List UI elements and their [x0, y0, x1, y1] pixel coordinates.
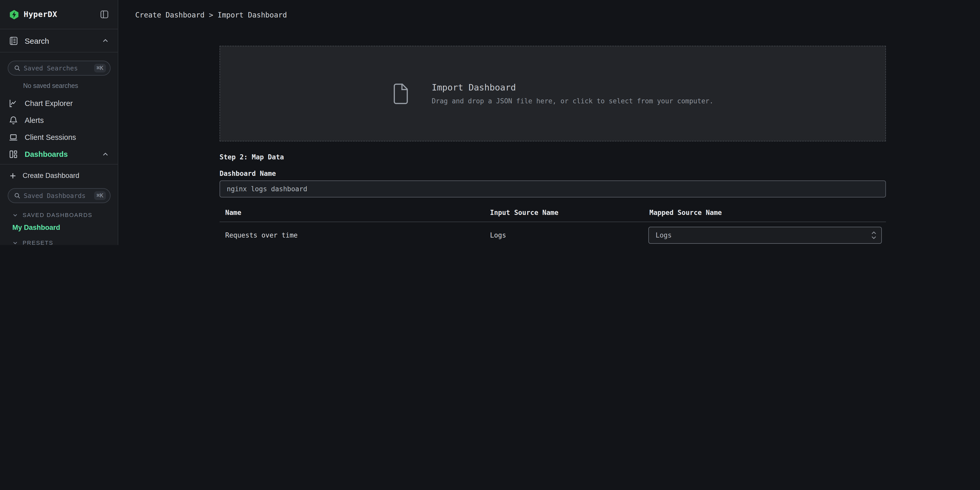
sidebar-item-alerts[interactable]: Alerts: [0, 111, 118, 129]
saved-searches-input[interactable]: [21, 64, 94, 72]
breadcrumb: Create Dashboard > Import Dashboard: [135, 11, 980, 19]
sidebar-item-label: Client Sessions: [25, 133, 109, 141]
group-label: SAVED DASHBOARDS: [22, 212, 92, 218]
shortcut-badge: ⌘K: [94, 191, 106, 200]
chart-explorer-icon: [9, 99, 18, 108]
table-row: Requests over time Logs Logs: [220, 222, 886, 245]
shortcut-badge: ⌘K: [94, 64, 106, 73]
input-source-value: Logs: [490, 231, 648, 239]
sidebar-item-my-dashboard[interactable]: My Dashboard: [0, 221, 118, 234]
saved-dashboards-input[interactable]: [21, 192, 94, 199]
hyperdx-logo-icon: [9, 9, 19, 20]
dropzone-subtitle: Drag and drop a JSON file here, or click…: [432, 97, 713, 105]
no-saved-searches-text: No saved searches: [23, 82, 118, 89]
dropzone-title: Import Dashboard: [432, 82, 713, 92]
column-header-mapped-source: Mapped Source Name: [648, 209, 886, 216]
sidebar-item-client-sessions[interactable]: Client Sessions: [0, 129, 118, 145]
sidebar-item-dashboards[interactable]: Dashboards: [0, 145, 118, 162]
group-saved-dashboards[interactable]: SAVED DASHBOARDS: [0, 209, 118, 221]
dashboard-name-input[interactable]: [220, 180, 886, 197]
search-icon: [14, 65, 21, 72]
app-window: HyperDX Search ⌘K No saved searches: [0, 0, 980, 245]
file-icon: [392, 82, 408, 105]
mapped-source-select[interactable]: Logs: [648, 226, 882, 243]
import-dropzone[interactable]: Import Dashboard Drag and drop a JSON fi…: [220, 46, 886, 142]
dashboard-name-label: Dashboard Name: [220, 170, 886, 177]
plus-icon: [9, 172, 16, 179]
column-header-input-source: Input Source Name: [490, 209, 648, 216]
dashboards-icon: [9, 150, 18, 159]
tile-name: Requests over time: [220, 231, 490, 239]
breadcrumb-separator: >: [209, 11, 218, 19]
sidebar: HyperDX Search ⌘K No saved searches: [0, 0, 118, 245]
selected-value: Logs: [655, 231, 871, 239]
group-label: PRESETS: [22, 240, 54, 245]
main-area: Create Dashboard > Import Dashboard Impo…: [118, 0, 980, 245]
saved-searches-input-wrap: ⌘K: [8, 60, 111, 76]
app-title: HyperDX: [24, 10, 100, 19]
breadcrumb-create-dashboard[interactable]: Create Dashboard: [135, 11, 205, 19]
sidebar-collapse-icon[interactable]: [100, 10, 109, 19]
create-dashboard-button[interactable]: Create Dashboard: [0, 167, 118, 184]
step-label: Step 2: Map Data: [220, 153, 886, 161]
sidebar-nav: Chart Explorer Alerts Client Sessions: [0, 95, 118, 164]
search-icon: [14, 192, 21, 199]
chevron-up-icon: [102, 37, 109, 44]
column-header-name: Name: [220, 209, 490, 216]
search-section-icon: [9, 36, 19, 46]
divider: [0, 164, 118, 164]
breadcrumb-import-dashboard: Import Dashboard: [218, 11, 287, 19]
group-presets[interactable]: PRESETS: [0, 237, 118, 245]
chevron-down-icon: [12, 240, 18, 245]
create-dashboard-label: Create Dashboard: [22, 172, 80, 180]
search-section-label: Search: [25, 36, 102, 45]
sidebar-item-label: Dashboards: [25, 150, 102, 158]
sidebar-item-label: Chart Explorer: [25, 99, 109, 107]
table-header-row: Name Input Source Name Mapped Source Nam…: [220, 204, 886, 222]
bell-icon: [9, 115, 18, 125]
sidebar-item-chart-explorer[interactable]: Chart Explorer: [0, 95, 118, 111]
saved-dashboards-input-wrap: ⌘K: [8, 188, 111, 203]
mapping-table: Name Input Source Name Mapped Source Nam…: [220, 204, 886, 245]
sidebar-section-search[interactable]: Search: [0, 29, 118, 52]
select-chevrons-icon: [871, 231, 877, 239]
chevron-down-icon: [12, 212, 18, 218]
laptop-icon: [9, 132, 18, 142]
logo-row: HyperDX: [0, 0, 118, 29]
chevron-up-icon: [102, 150, 109, 158]
sidebar-item-label: Alerts: [25, 116, 109, 124]
